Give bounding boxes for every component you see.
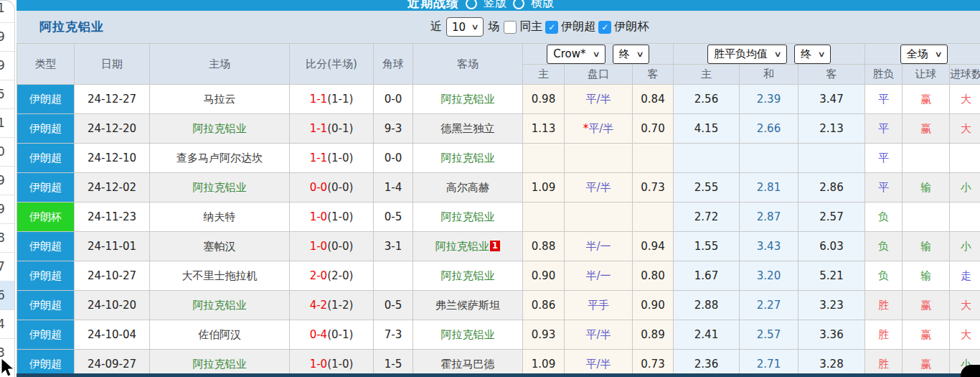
cell-handicap-result [903, 144, 950, 173]
table-row: 伊朗超24-12-20阿拉克铝业1-1(0-1)9-3德黑兰独立1.13*平/半… [17, 114, 980, 144]
cell-goals-result [950, 144, 980, 173]
cell-result: 平 [865, 85, 903, 114]
radio-horizontal-layout[interactable] [513, 0, 524, 9]
header-band: 阿拉克铝业 近 10∨ 场 同主✓伊朗超✓伊朗杯 [17, 11, 980, 43]
radio-vertical-layout[interactable] [466, 0, 477, 9]
recent-count-select[interactable]: 10∨ [446, 17, 484, 37]
cell-corner: 9-3 [374, 114, 413, 144]
cell-avg-lose: 3.36 [798, 320, 865, 350]
cell-date: 24-10-04 [75, 320, 150, 350]
filter-checkbox[interactable] [504, 21, 517, 34]
cell-handicap: 半/一 [565, 261, 633, 291]
radio-vertical-label[interactable]: 竖版 [484, 0, 507, 11]
recent-results-panel: 近期战绩 竖版 横版 阿拉克铝业 近 10∨ 场 同主✓伊朗超✓伊朗杯 类 [17, 0, 980, 377]
cell-league-type: 伊朗超 [17, 85, 75, 114]
col-header-score: 比分(半场) [290, 44, 374, 85]
adjacent-table-edge: 1995109987643 [0, 0, 15, 377]
cell-home-odds: 1.09 [523, 173, 565, 203]
cell-home-odds: 0.93 [523, 320, 565, 350]
table-row: 伊朗超24-12-02阿拉克铝业0-0(0-0)1-4高尔高赫1.09平/半0.… [17, 173, 980, 203]
table-row: 伊朗超24-10-20阿拉克铝业4-2(1-2)0-5弗兰候萨斯坦0.86平手0… [17, 291, 980, 320]
cell-score: 1-1(1-1) [290, 85, 374, 114]
cell-away-odds: 0.84 [633, 85, 674, 114]
cell-avg-win: 4.15 [674, 114, 740, 144]
table-row: 伊朗超24-10-27大不里士拖拉机2-0(2-0)阿拉克铝业0.90半/一0.… [17, 261, 980, 291]
cell-home-team: 阿拉克铝业 [150, 173, 290, 203]
cell-goals-result: 大 [950, 320, 980, 350]
col-header-type: 类型 [17, 44, 75, 85]
bottom-section-edge [17, 373, 980, 377]
cell-league-type: 伊朗超 [17, 114, 75, 144]
scope-select[interactable]: 全场∨ [900, 45, 948, 64]
adjacent-table-cell: 4 [0, 309, 14, 339]
cell-handicap: 平/半 [565, 85, 633, 114]
cell-home-team: 佐伯阿汉 [150, 320, 290, 350]
cell-avg-draw: 2.39 [740, 85, 798, 114]
cell-home-odds [523, 144, 565, 173]
avg-type-select[interactable]: 胜平负均值∨ [707, 45, 787, 64]
radio-horizontal-label[interactable]: 横版 [531, 0, 554, 11]
sub-header-4: 和 [740, 65, 798, 85]
cell-away-team: 阿拉克铝业 [413, 144, 523, 173]
cell-score: 1-1(0-1) [290, 114, 374, 144]
cell-score: 1-1(1-0) [290, 144, 374, 173]
filter-label[interactable]: 伊朗超 [561, 19, 595, 34]
col-header-away: 客场 [413, 44, 523, 85]
filter-checkbox[interactable]: ✓ [598, 21, 611, 34]
odds-source-select[interactable]: Crow*∨ [547, 45, 605, 64]
cell-result: 负 [865, 261, 903, 291]
cell-home-team: 塞帕汉 [150, 232, 290, 261]
section-title-bar: 近期战绩 竖版 横版 [17, 0, 980, 11]
cell-handicap: *平/半 [565, 114, 633, 144]
cell-home-team: 查多马卢阿尔达坎 [150, 144, 290, 173]
cell-handicap-result: 赢 [903, 320, 950, 350]
filter-controls: 近 10∨ 场 同主✓伊朗超✓伊朗杯 [430, 11, 649, 43]
cell-away-odds: 0.80 [633, 261, 674, 291]
cell-home-team: 纳夫特 [150, 203, 290, 232]
cell-away-team: 阿拉克铝业 [413, 320, 523, 350]
sub-header-8: 进球数 [950, 65, 980, 85]
cell-result: 胜 [865, 320, 903, 350]
cell-corner: 0-5 [374, 291, 413, 320]
cell-league-type: 伊朗超 [17, 261, 75, 291]
filter-checkboxes: 同主✓伊朗超✓伊朗杯 [504, 19, 649, 34]
recent-label: 近 [430, 19, 442, 34]
cell-avg-draw: 2.66 [740, 114, 798, 144]
cell-handicap: 平手 [565, 291, 633, 320]
cell-avg-draw: 3.43 [740, 232, 798, 261]
cell-date: 24-12-20 [75, 114, 150, 144]
cell-home-odds: 0.98 [523, 85, 565, 114]
adjacent-table-cell: 0 [0, 137, 14, 167]
cell-avg-win: 1.67 [674, 261, 740, 291]
cell-handicap-result: 输 [903, 232, 950, 261]
result-group-header: 全场∨ [865, 44, 980, 65]
filter-label[interactable]: 同主 [519, 19, 542, 34]
filter-label[interactable]: 伊朗杯 [614, 19, 649, 34]
cell-away-odds: 0.70 [633, 114, 674, 144]
table-row: 伊朗杯24-11-23纳夫特1-0(1-0)0-5阿拉克铝业2.722.872.… [17, 203, 980, 232]
avg-time-select[interactable]: 终∨ [794, 45, 831, 64]
cell-avg-draw: 2.81 [740, 173, 798, 203]
cell-away-team: 阿拉克铝业 [413, 261, 523, 291]
sub-header-5: 客 [798, 65, 865, 85]
cell-date: 24-12-10 [75, 144, 150, 173]
chevron-down-icon: ∨ [934, 50, 942, 59]
cell-handicap [565, 144, 633, 173]
table-row: 伊朗超24-12-10查多马卢阿尔达坎1-1(1-0)0-0阿拉克铝业平 [17, 144, 980, 173]
filter-checkbox[interactable]: ✓ [545, 21, 558, 34]
table-row: 伊朗超24-10-04佐伯阿汉0-4(0-1)7-3阿拉克铝业0.93平/半0.… [17, 320, 980, 350]
cell-avg-draw: 2.57 [740, 320, 798, 350]
cell-goals-result: 大 [950, 114, 980, 144]
cell-home-odds: 0.90 [523, 261, 565, 291]
sub-header-7: 让球 [903, 65, 950, 85]
cell-handicap: 半/一 [565, 232, 633, 261]
cell-corner: 3-1 [374, 232, 413, 261]
cell-avg-win [674, 144, 740, 173]
cell-avg-lose: 2.57 [798, 203, 865, 232]
cell-away-odds: 0.89 [633, 320, 674, 350]
odds-time-select[interactable]: 终∨ [613, 45, 649, 64]
cell-corner: 0-0 [374, 85, 413, 114]
cell-avg-draw: 2.27 [740, 291, 798, 320]
col-header-date: 日期 [75, 44, 150, 85]
cell-away-team: 阿拉克铝业 [413, 203, 523, 232]
